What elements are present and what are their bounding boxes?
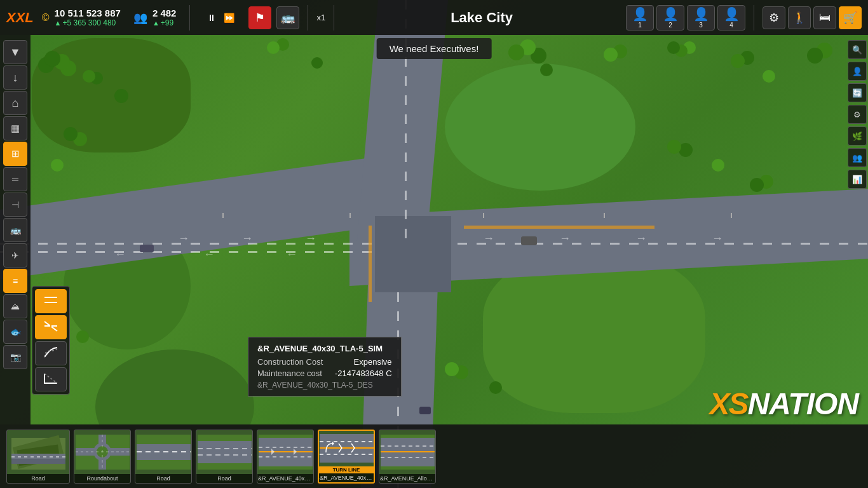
- thumb-turn-line[interactable]: TURN LINE &R_AVENUE_40x30_TLA-5: [318, 430, 375, 484]
- info-card-construction-row: Construction Cost Expensive: [257, 357, 392, 367]
- citizen-btn-2[interactable]: 👤 2: [656, 5, 684, 30]
- settings-button[interactable]: ⚙: [763, 6, 785, 29]
- road-mode-straight[interactable]: [35, 289, 67, 313]
- thumb-road-stacked[interactable]: Road: [6, 430, 70, 484]
- thumb-turn-line-label: &R_AVENUE_40x30_TLA-5: [319, 473, 374, 482]
- road-mode-grid[interactable]: [35, 315, 67, 339]
- thumb-road-3-label: Road: [135, 474, 191, 483]
- thumb-roundabout[interactable]: Roundabout: [74, 430, 131, 484]
- thumb-turn-line-preview: [319, 431, 374, 466]
- sidebar-water[interactable]: 🐟: [3, 320, 27, 344]
- hud-divider-4: [754, 5, 754, 30]
- thumb-roundabout-label: Roundabout: [74, 474, 130, 483]
- road-straight-icon: ═: [12, 174, 18, 184]
- person-button[interactable]: 🚶: [788, 6, 811, 29]
- currency-up-arrow: ▲: [55, 19, 62, 27]
- sidebar-download[interactable]: ↓: [3, 65, 27, 90]
- road-mode-angled[interactable]: [35, 367, 67, 391]
- thumb-avenue-alloy[interactable]: &R_AVENUE_Alloy_TLA-5: [379, 430, 436, 484]
- road-mode-curve[interactable]: [35, 341, 67, 365]
- currency-value: 10 511 523 887: [55, 8, 121, 18]
- thumb-avenue-5[interactable]: &R_AVENUE_40x30_TLA-5: [257, 430, 314, 484]
- settings-icon: ⚙: [769, 11, 779, 25]
- hud-divider-3: [334, 5, 334, 30]
- right-settings-icon: ⚙: [853, 110, 861, 119]
- right-chart-icon: 📊: [852, 175, 862, 184]
- sidebar-road-signals[interactable]: ⊣: [3, 193, 27, 217]
- citizen-btn-3[interactable]: 👤 3: [687, 5, 715, 30]
- nation-text: NATION: [748, 386, 858, 421]
- road-sub-panel: [32, 286, 70, 395]
- sidebar-terrain[interactable]: ⛰: [3, 294, 27, 318]
- home-icon: ⌂: [12, 97, 19, 110]
- camera-icon: 📷: [10, 352, 21, 362]
- right-settings-button[interactable]: ⚙: [848, 105, 867, 124]
- sidebar-roads[interactable]: ⊞: [3, 142, 27, 166]
- right-person-button[interactable]: 👤: [848, 62, 867, 81]
- sidebar-road-list[interactable]: ≡: [3, 269, 27, 293]
- sidebar-road-straight[interactable]: ═: [3, 167, 27, 191]
- xs-text: XS: [710, 386, 748, 421]
- flag-button[interactable]: ⚑: [248, 6, 271, 29]
- flag-icon: ⚑: [255, 11, 265, 25]
- road-list-icon: ≡: [13, 276, 18, 286]
- bottom-bar: Road Roundabout Road: [0, 424, 868, 488]
- airport-icon: ✈: [11, 250, 19, 261]
- road-mode-curve-icon: [41, 344, 60, 362]
- xs-nation-logo: XS NATION: [710, 386, 858, 421]
- sidebar-airport[interactable]: ✈: [3, 243, 27, 268]
- info-card-subtitle: &R_AVENUE_40x30_TLA-5_DES: [257, 381, 392, 390]
- thumb-road-4[interactable]: Road: [196, 430, 253, 484]
- citizen-4-num: 4: [729, 22, 733, 29]
- citizen-1-num: 1: [638, 22, 642, 29]
- sidebar-industry[interactable]: ▦: [3, 116, 27, 140]
- right-rotate-button[interactable]: 🔄: [848, 83, 867, 102]
- person-icon: 🚶: [792, 11, 806, 25]
- svg-line-6: [44, 374, 57, 383]
- maintenance-cost-label: Maintenance cost: [257, 369, 322, 378]
- sidebar-road-bus[interactable]: 🚌: [3, 218, 27, 242]
- construction-cost-label: Construction Cost: [257, 357, 323, 367]
- sidebar-camera[interactable]: 📷: [3, 345, 27, 369]
- thumb-avenue-5-label: &R_AVENUE_40x30_TLA-5: [257, 474, 313, 483]
- roads-icon: ⊞: [11, 148, 20, 159]
- cart-button[interactable]: 🛒: [839, 6, 862, 29]
- citizen-2-num: 2: [668, 22, 672, 29]
- search-icon: 🔍: [852, 45, 862, 55]
- speed-multiplier: x1: [316, 13, 325, 22]
- thumb-road-3[interactable]: Road: [135, 430, 192, 484]
- right-people-button[interactable]: 👥: [848, 148, 867, 167]
- bus-icon: 🚌: [281, 11, 295, 25]
- right-sidebar: 🔍 👤 🔄 ⚙ 🌿 👥 📊: [846, 35, 868, 194]
- speed-controls: ⏸ ⏩: [205, 11, 237, 24]
- download-icon: ↓: [13, 71, 18, 85]
- citizen-btn-4[interactable]: 👤 4: [717, 5, 745, 30]
- thumb-avenue-alloy-label: &R_AVENUE_Alloy_TLA-5: [379, 474, 435, 483]
- citizen-btn-1[interactable]: 👤 1: [626, 5, 654, 30]
- road-signals-icon: ⊣: [11, 200, 19, 210]
- intersection: [375, 216, 451, 292]
- population-icon: 👥: [133, 11, 147, 25]
- terrain-icon: ⛰: [11, 301, 20, 311]
- citizen-2-icon: 👤: [663, 6, 679, 22]
- hud-divider-2: [308, 5, 308, 30]
- sidebar-home[interactable]: ⌂: [3, 91, 27, 115]
- zoom-search-button[interactable]: 🔍: [848, 40, 867, 59]
- maintenance-cost-value: -2147483648 C: [335, 369, 392, 378]
- notification-text: We need Executives!: [390, 43, 479, 54]
- sleep-button[interactable]: 🛏: [813, 6, 836, 29]
- tool-buttons: ⚙ 🚶 🛏 🛒: [763, 6, 862, 29]
- right-nature-icon: 🌿: [852, 132, 862, 141]
- fast-forward-button[interactable]: ⏩: [221, 11, 237, 24]
- svg-rect-24: [198, 441, 252, 463]
- pause-button[interactable]: ⏸: [205, 11, 219, 24]
- right-chart-button[interactable]: 📊: [848, 170, 867, 189]
- sidebar-filter[interactable]: ▼: [3, 40, 27, 64]
- road-mode-straight-icon: [41, 292, 60, 310]
- citizen-3-icon: 👤: [693, 6, 709, 22]
- industry-icon: ▦: [11, 123, 20, 134]
- coin-icon: ©: [42, 12, 50, 24]
- right-nature-button[interactable]: 🌿: [848, 126, 867, 146]
- transit-button[interactable]: 🚌: [276, 6, 299, 29]
- thumb-road-4-label: Road: [196, 474, 252, 483]
